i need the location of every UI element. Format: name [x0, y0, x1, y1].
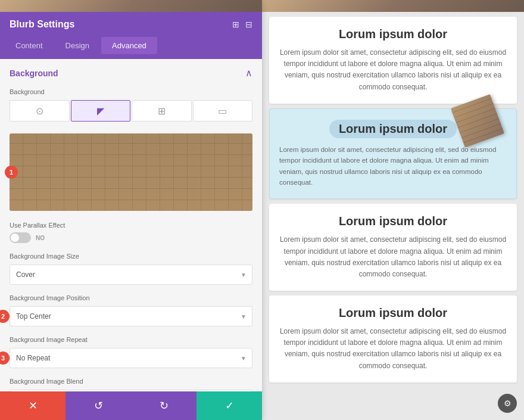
bg-repeat-field: Background Image Repeat 3 No Repeat Repe… — [0, 332, 262, 374]
blurb-text-3: Lorem ipsum dolor sit amet, consectetur … — [279, 234, 507, 280]
expand-icon[interactable]: ⊞ — [232, 20, 239, 29]
bg-blend-label: Background Image Blend — [10, 378, 252, 385]
redo-button[interactable]: ↻ — [131, 391, 196, 420]
video-icon: ▭ — [218, 105, 227, 117]
tab-advanced[interactable]: Advanced — [101, 37, 157, 54]
settings-title: Blurb Settings — [10, 19, 74, 30]
blurb-title-4: Lorum ipsum dolor — [279, 306, 507, 320]
gradient-icon: ◤ — [97, 105, 104, 117]
step-3-badge: 3 — [0, 351, 10, 365]
close-icon[interactable]: ⊟ — [245, 20, 252, 29]
bg-size-select-wrapper: Cover Contain Auto Initial Inherit ▼ — [10, 265, 252, 285]
section-title: Background — [10, 69, 58, 78]
bg-repeat-label: Background Image Repeat — [10, 336, 252, 343]
blurb-title-3: Lorum ipsum dolor — [279, 214, 507, 228]
redo-icon: ↻ — [160, 399, 169, 412]
tab-design[interactable]: Design — [55, 37, 100, 54]
parallax-switch-row: NO — [10, 232, 252, 243]
bg-size-field: Background Image Size Cover Contain Auto… — [0, 249, 262, 291]
bg-type-gradient[interactable]: ◤ — [71, 100, 131, 122]
blurb-title-2: Lorum ipsum dolor — [329, 120, 457, 138]
bg-type-color[interactable]: ⊙ — [10, 100, 70, 122]
bg-size-select[interactable]: Cover Contain Auto Initial Inherit — [10, 265, 252, 285]
bg-position-select[interactable]: Top Left Top Center Top Right Center Lef… — [10, 306, 252, 326]
bg-position-select-wrapper: Top Left Top Center Top Right Center Lef… — [10, 306, 252, 326]
blurb-text-4: Lorem ipsum dolor sit amet, consectetur … — [279, 326, 507, 372]
bg-position-field: Background Image Position 2 Top Left Top… — [0, 291, 262, 332]
reset-icon: ↺ — [94, 399, 103, 412]
confirm-button[interactable]: ✓ — [196, 391, 262, 420]
bg-blend-select[interactable]: Normal Multiply Screen Overlay Darken Li… — [10, 390, 252, 391]
action-bar: ✕ ↺ ↻ ✓ — [0, 391, 262, 420]
bg-repeat-select-wrapper: No Repeat Repeat Repeat X Repeat Y ▼ — [10, 348, 252, 368]
parallax-label: Use Parallax Effect — [10, 222, 252, 229]
right-top-image — [262, 0, 524, 12]
tool-icon: ⚙ — [504, 399, 511, 408]
blurb-card-4: Lorum ipsum dolor Lorem ipsum dolor sit … — [269, 295, 517, 382]
bg-blend-select-wrapper: Normal Multiply Screen Overlay Darken Li… — [10, 390, 252, 391]
tabs-bar: Content Design Advanced — [0, 37, 262, 59]
blurb-card-3: Lorum ipsum dolor Lorem ipsum dolor sit … — [269, 204, 517, 291]
settings-panel: Blurb Settings ⊞ ⊟ Content Design Advanc… — [0, 0, 262, 420]
background-section-header: Background ∧ — [0, 59, 262, 85]
building-image — [10, 133, 252, 211]
cancel-button[interactable]: ✕ — [0, 391, 66, 420]
bg-blend-field: Background Image Blend Normal Multiply S… — [0, 374, 262, 391]
image-icon: ⊞ — [158, 105, 166, 117]
background-field-label: Background — [10, 88, 252, 95]
step-2-badge: 2 — [0, 310, 10, 323]
blurb-title-1: Lorum ipsum dolor — [279, 27, 507, 41]
bg-position-label: Background Image Position — [10, 294, 252, 301]
bg-type-video[interactable]: ▭ — [193, 100, 253, 122]
parallax-toggle-row: Use Parallax Effect NO — [0, 217, 262, 249]
blurb-text-2: Lorem ipsum dolor sit amet, consectetur … — [279, 144, 507, 188]
parallax-no-label: NO — [36, 235, 45, 241]
background-image-preview[interactable] — [10, 133, 252, 211]
tab-content[interactable]: Content — [5, 37, 54, 54]
bg-type-image[interactable]: ⊞ — [132, 100, 192, 122]
right-panel: Lorum ipsum dolor Lorem ipsum dolor sit … — [262, 0, 524, 420]
image-preview-container: 1 — [10, 133, 252, 211]
settings-header: Blurb Settings ⊞ ⊟ — [0, 12, 262, 37]
bg-size-label: Background Image Size — [10, 253, 252, 260]
floating-tool-button[interactable]: ⚙ — [498, 394, 517, 413]
cancel-icon: ✕ — [29, 399, 38, 412]
confirm-icon: ✓ — [225, 399, 234, 412]
background-type-selector: ⊙ ◤ ⊞ ▭ — [10, 100, 252, 122]
top-image-strip — [0, 0, 262, 12]
background-type-field: Background ⊙ ◤ ⊞ ▭ — [0, 85, 262, 133]
step-1-badge: 1 — [5, 166, 18, 179]
blurb-card-2: Lorum ipsum dolor Lorem ipsum dolor sit … — [269, 108, 517, 200]
parallax-toggle-switch[interactable] — [10, 232, 31, 243]
panel-content: Background ∧ Background ⊙ ◤ ⊞ ▭ — [0, 59, 262, 391]
section-toggle-icon[interactable]: ∧ — [245, 67, 252, 79]
reset-button[interactable]: ↺ — [66, 391, 131, 420]
header-icons: ⊞ ⊟ — [232, 20, 252, 29]
bg-repeat-select[interactable]: No Repeat Repeat Repeat X Repeat Y — [10, 348, 252, 368]
blurb-text-1: Lorem ipsum dolor sit amet, consectetur … — [279, 47, 507, 93]
color-icon: ⊙ — [36, 105, 43, 117]
blurb-card-1: Lorum ipsum dolor Lorem ipsum dolor sit … — [269, 17, 517, 104]
